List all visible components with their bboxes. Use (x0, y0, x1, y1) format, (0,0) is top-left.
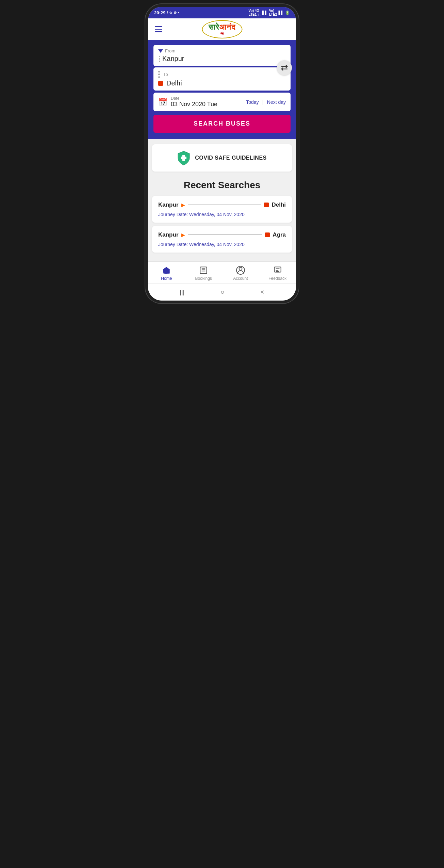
shield-icon (177, 150, 190, 165)
route-play-icon-2: ▶ (181, 232, 185, 238)
recent-search-item-2[interactable]: Kanpur ▶ Agra Journey Date: Wednesday, 0… (152, 226, 292, 253)
status-right: Vo) 4GLTE1 ↑↓ ▌▌ Vo)LTE2 ▌▌ 🔋 (249, 9, 290, 16)
from-triangle-icon (158, 49, 163, 53)
time-display: 20:29 (154, 10, 165, 15)
svg-rect-7 (202, 269, 205, 270)
route-from-1: Kanpur (158, 202, 179, 208)
account-icon (236, 266, 245, 275)
svg-point-9 (239, 267, 242, 270)
route-from-2: Kanpur (158, 231, 179, 238)
from-label-row: From (158, 48, 286, 53)
svg-rect-4 (182, 155, 185, 161)
to-label: To (163, 72, 168, 77)
date-shortcuts: Today | Next day (246, 99, 286, 105)
status-left: 20:29 \ ☆ ⊕ • (154, 10, 179, 15)
signal-bars2: ▌▌ (278, 11, 284, 15)
covid-guidelines-card[interactable]: COVID SAFE GUIDELINES (152, 144, 292, 172)
nav-bookings-label: Bookings (195, 276, 212, 281)
network-info: Vo) 4GLTE1 ↑↓ (249, 9, 261, 16)
from-label: From (165, 48, 175, 53)
to-label-row: To (158, 71, 286, 78)
battery-icon: 🔋 (285, 11, 290, 15)
swap-button[interactable] (277, 60, 292, 75)
date-left: 📅 Date 03 Nov 2020 Tue (158, 96, 217, 108)
android-back-btn[interactable]: < (257, 287, 268, 297)
svg-rect-6 (200, 267, 207, 274)
phone-frame: 20:29 \ ☆ ⊕ • Vo) 4GLTE1 ↑↓ ▌▌ Vo)LTE2 ▌… (148, 7, 296, 301)
svg-rect-5 (165, 271, 168, 274)
route-play-icon-1: ▶ (181, 202, 185, 208)
from-dots-icon (159, 56, 160, 62)
logo-decoration: ❀ (209, 31, 235, 36)
status-bar: 20:29 \ ☆ ⊕ • Vo) 4GLTE1 ↑↓ ▌▌ Vo)LTE2 ▌… (148, 7, 296, 18)
to-value: Delhi (166, 79, 182, 87)
route-row-2: Kanpur ▶ Agra (158, 231, 286, 238)
route-to-1: Delhi (272, 202, 286, 208)
android-recent-btn[interactable]: ||| (176, 287, 188, 297)
top-bar: सारेआनंद ❀ (148, 18, 296, 40)
hamburger-menu[interactable] (153, 25, 164, 34)
nav-feedback-label: Feedback (268, 276, 286, 281)
search-buses-button[interactable]: SEARCH BUSES (153, 115, 291, 133)
to-input-card[interactable]: To Delhi (153, 67, 291, 91)
to-dest-icon (158, 81, 163, 86)
route-line-1 (188, 205, 262, 205)
date-value: 03 Nov 2020 Tue (171, 101, 217, 108)
next-day-button[interactable]: Next day (267, 99, 286, 105)
journey-date-2: Journey Date: Wednesday, 04 Nov, 2020 (158, 242, 286, 247)
network-info2: Vo)LTE2 (269, 9, 277, 16)
nav-home[interactable]: Home (148, 264, 185, 282)
date-label: Date (171, 96, 217, 101)
nav-feedback[interactable]: Feedback (259, 264, 296, 282)
nav-account-label: Account (233, 276, 248, 281)
recent-search-item-1[interactable]: Kanpur ▶ Delhi Journey Date: Wednesday, … (152, 196, 292, 223)
date-card[interactable]: 📅 Date 03 Nov 2020 Tue Today | Next day (153, 93, 291, 111)
nav-home-label: Home (161, 276, 172, 281)
journey-date-1: Journey Date: Wednesday, 04 Nov, 2020 (158, 212, 286, 217)
search-section: From Kanpur (148, 40, 296, 139)
signal-bars: ▌▌ (262, 11, 268, 15)
route-to-2: Agra (273, 231, 286, 238)
recent-searches-title: Recent Searches (152, 180, 292, 191)
route-line-2 (188, 235, 263, 235)
feedback-icon (273, 266, 282, 275)
signal-icons: \ ☆ ⊕ • (167, 11, 179, 15)
home-icon (162, 266, 171, 275)
bottom-navigation: Home Bookings Account (148, 261, 296, 284)
from-to-wrapper: From Kanpur (153, 45, 291, 91)
covid-text: COVID SAFE GUIDELINES (195, 155, 267, 161)
from-value: Kanpur (162, 55, 184, 63)
from-input-card[interactable]: From Kanpur (153, 45, 291, 66)
nav-bookings[interactable]: Bookings (185, 264, 222, 282)
recent-searches-section: Recent Searches Kanpur ▶ Delhi Journey D… (148, 177, 296, 261)
android-home-btn[interactable]: ○ (217, 287, 229, 297)
calendar-icon: 📅 (158, 98, 167, 107)
today-button[interactable]: Today (246, 99, 259, 105)
android-nav-bar: ||| ○ < (148, 284, 296, 301)
bookings-icon (199, 266, 208, 275)
app-logo: सारेआनंद ❀ (202, 20, 242, 38)
route-dest-square-2 (265, 232, 270, 237)
nav-account[interactable]: Account (222, 264, 259, 282)
route-dest-square-1 (264, 203, 269, 207)
route-row-1: Kanpur ▶ Delhi (158, 202, 286, 208)
